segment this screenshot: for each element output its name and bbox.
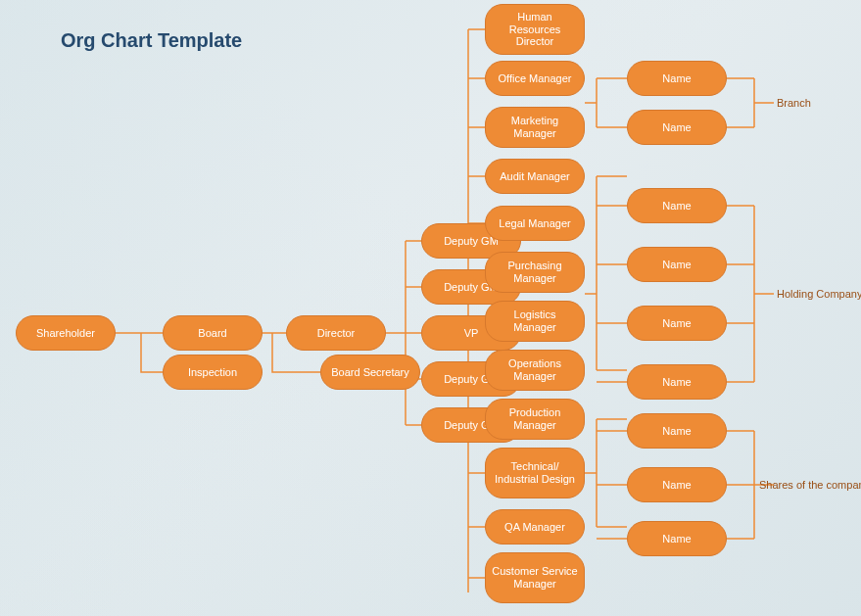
node-name-s1[interactable]: Name [627, 413, 727, 449]
node-name-h2[interactable]: Name [627, 247, 727, 282]
node-label: Name [662, 533, 691, 545]
node-name-h4[interactable]: Name [627, 364, 727, 400]
node-label: Shareholder [36, 327, 95, 340]
node-label: Legal Manager [499, 217, 570, 230]
node-tech-design[interactable]: Technical/ Industrial Design [485, 448, 585, 498]
node-label: Board [198, 327, 226, 340]
group-label-holding: Holding Company [777, 288, 861, 300]
node-marketing-manager[interactable]: Marketing Manager [485, 107, 585, 148]
node-label: Name [662, 259, 691, 271]
node-name-h1[interactable]: Name [627, 188, 727, 223]
node-label: Name [662, 121, 691, 134]
group-label-branch: Branch [777, 97, 811, 109]
node-label: Technical/ Industrial Design [492, 460, 578, 485]
node-label: VP [464, 327, 479, 340]
node-label: Human Resources Director [492, 11, 578, 48]
node-logistics-manager[interactable]: Logistics Manager [485, 301, 585, 342]
node-label: Marketing Manager [492, 115, 578, 139]
node-label: Production Manager [492, 406, 578, 431]
node-label: Logistics Manager [492, 308, 578, 333]
page-title: Org Chart Template [61, 29, 242, 52]
node-label: Purchasing Manager [492, 260, 578, 284]
node-name-s2[interactable]: Name [627, 467, 727, 502]
node-shareholder[interactable]: Shareholder [16, 315, 116, 351]
node-office-manager[interactable]: Office Manager [485, 61, 585, 96]
node-production-manager[interactable]: Production Manager [485, 399, 585, 440]
node-label: Name [662, 72, 691, 85]
node-label: Operations Manager [492, 357, 578, 382]
node-label: Office Manager [498, 72, 571, 85]
node-purchasing-manager[interactable]: Purchasing Manager [485, 252, 585, 293]
node-label: Inspection [188, 366, 237, 379]
node-label: Name [662, 479, 691, 492]
node-legal-manager[interactable]: Legal Manager [485, 206, 585, 241]
node-inspection[interactable]: Inspection [163, 355, 263, 390]
node-name-h3[interactable]: Name [627, 306, 727, 341]
node-label: Director [317, 327, 356, 340]
node-label: Audit Manager [500, 170, 570, 183]
node-label: Board Secretary [331, 366, 408, 379]
node-label: Customer Service Manager [492, 565, 578, 590]
node-label: Name [662, 425, 691, 438]
node-name-b1[interactable]: Name [627, 61, 727, 96]
node-label: Name [662, 200, 691, 213]
node-qa-manager[interactable]: QA Manager [485, 509, 585, 545]
node-board[interactable]: Board [163, 315, 263, 351]
connector-lines [0, 0, 861, 616]
node-label: Name [662, 317, 691, 330]
node-name-s3[interactable]: Name [627, 521, 727, 556]
node-label: QA Manager [504, 521, 565, 534]
node-name-b2[interactable]: Name [627, 110, 727, 145]
node-cs-manager[interactable]: Customer Service Manager [485, 552, 585, 603]
node-audit-manager[interactable]: Audit Manager [485, 159, 585, 194]
group-label-shares: Shares of the company [759, 479, 861, 491]
node-operations-manager[interactable]: Operations Manager [485, 350, 585, 391]
node-director[interactable]: Director [286, 315, 386, 351]
node-label: Name [662, 376, 691, 389]
node-board-secretary[interactable]: Board Secretary [320, 355, 420, 390]
node-hr-director[interactable]: Human Resources Director [485, 4, 585, 55]
